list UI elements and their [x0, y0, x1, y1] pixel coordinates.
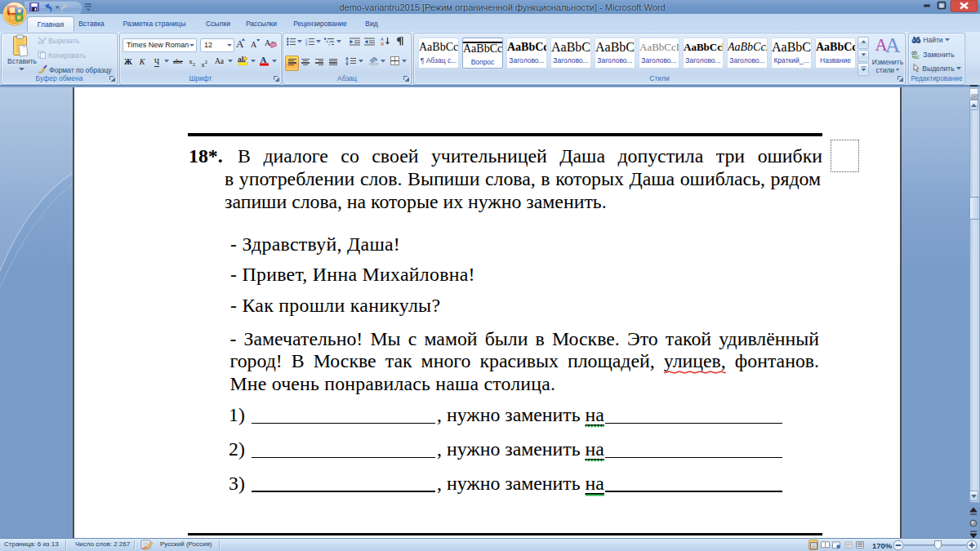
svg-text:A: A [260, 56, 266, 64]
svg-text:3: 3 [305, 42, 308, 46]
svg-text:Я: Я [381, 42, 384, 46]
svg-text:ac: ac [914, 54, 920, 59]
svg-text:A: A [251, 40, 257, 49]
